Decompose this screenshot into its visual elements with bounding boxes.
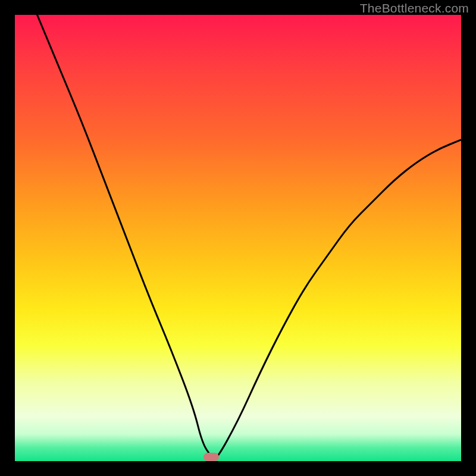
watermark-text: TheBottleneck.com	[360, 1, 469, 15]
chart-frame: TheBottleneck.com	[0, 0, 476, 476]
curve-svg	[15, 15, 461, 461]
plot-area	[15, 15, 461, 461]
optimum-marker	[203, 453, 219, 461]
bottleneck-curve	[37, 15, 462, 459]
